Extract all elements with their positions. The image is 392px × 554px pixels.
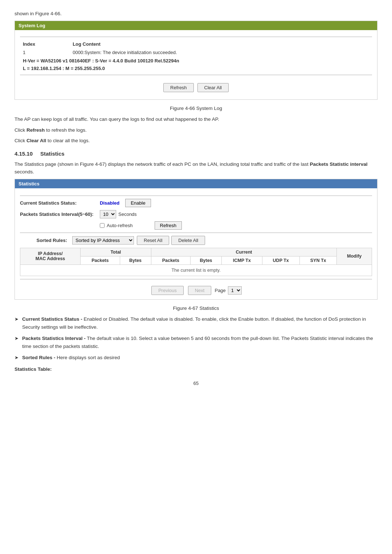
- status-row: Current Statistics Status: Disabled Enab…: [20, 199, 372, 207]
- col-current: Current: [151, 248, 337, 256]
- enable-button[interactable]: Enable: [125, 199, 151, 207]
- col-ipaddress: IP Address/MAC Address: [20, 248, 81, 264]
- bullet-title-1: Current Statistics Status -: [22, 316, 82, 322]
- body-para-3: Click Clear All to clear all the logs.: [15, 137, 377, 145]
- autorefresh-label: Auto-refresh: [107, 223, 133, 228]
- bullet-title-3: Sorted Rules -: [22, 355, 56, 360]
- system-log-header: System Log: [15, 21, 377, 30]
- reset-all-button[interactable]: Reset All: [137, 236, 169, 245]
- col-icmp-tx: ICMP Tx: [222, 256, 262, 264]
- interval-input-row: 10 5 15 20 30 60 Seconds: [100, 210, 137, 218]
- log-table: Index Log Content 1 0000:System: The dev…: [20, 40, 372, 57]
- delete-all-button[interactable]: Delete All: [171, 236, 205, 245]
- previous-button[interactable]: Previous: [151, 286, 184, 295]
- col-total-bytes: Bytes: [120, 256, 151, 264]
- bullet-list: ➤ Current Statistics Status - Enabled or…: [15, 315, 377, 362]
- body-para-2: Click Refresh to refresh the logs.: [15, 126, 377, 134]
- sorted-rules-row: Sorted Rules: Sorted by IP Address Sorte…: [20, 236, 372, 245]
- col-cur-bytes: Bytes: [191, 256, 222, 264]
- bullet-title-2: Packets Statistics Interval -: [22, 336, 86, 341]
- bullet-item-3: ➤ Sorted Rules - Here displays sort as d…: [15, 354, 377, 362]
- stats-table: IP Address/MAC Address Total Current Mod…: [20, 248, 372, 276]
- autorefresh-checkbox[interactable]: [100, 223, 105, 228]
- log-col-index: Index: [20, 40, 70, 48]
- bullet-arrow-2: ➤: [15, 335, 19, 342]
- stats-table-wrap: IP Address/MAC Address Total Current Mod…: [20, 248, 372, 276]
- stats-table-heading: Statistics Table:: [15, 365, 377, 373]
- pagination-row: Previous Next Page 1: [20, 282, 372, 297]
- clear-all-button[interactable]: Clear All: [197, 83, 229, 92]
- status-label: Current Statistics Status:: [20, 200, 100, 206]
- col-cur-packets: Packets: [151, 256, 190, 264]
- sorted-rules-select[interactable]: Sorted by IP Address Sorted by MAC Addre…: [72, 236, 134, 245]
- bullet-text-1: Current Statistics Status - Enabled or D…: [22, 315, 377, 331]
- col-syn-tx: SYN Tx: [299, 256, 336, 264]
- section-number: 4.15.10: [15, 151, 33, 157]
- system-log-body: Index Log Content 1 0000:System: The dev…: [15, 30, 377, 99]
- bullet-arrow-3: ➤: [15, 354, 19, 362]
- autorefresh-checkbox-row: Auto-refresh: [100, 223, 133, 228]
- bullet-item-1: ➤ Current Statistics Status - Enabled or…: [15, 315, 377, 331]
- empty-row: The current list is empty.: [20, 264, 372, 276]
- bullet-text-2: Packets Statistics Interval - The defaul…: [22, 335, 377, 350]
- log-button-row: Refresh Clear All: [20, 78, 372, 96]
- page-label: Page: [215, 288, 225, 293]
- statistics-form: Current Statistics Status: Disabled Enab…: [15, 188, 377, 299]
- status-value: Disabled: [100, 200, 119, 206]
- sorted-rules-label: Sorted Rules:: [20, 238, 67, 243]
- log-col-content: Log Content: [70, 40, 372, 48]
- bullet-body-3: Here displays sort as desired: [57, 355, 120, 360]
- statistics-panel: Statistics Current Statistics Status: Di…: [15, 179, 377, 300]
- log-index: 1: [20, 48, 70, 57]
- system-log-panel: System Log Index Log Content 1 0000:Syst…: [15, 21, 377, 100]
- col-modify: Modify: [337, 248, 372, 264]
- bullet-arrow-1: ➤: [15, 316, 19, 323]
- section-heading: 4.15.10 Statistics: [15, 151, 377, 157]
- interval-label: Packets Statistics Interval(5~60):: [20, 212, 100, 217]
- col-total-packets: Packets: [81, 256, 120, 264]
- interval-row: Packets Statistics Interval(5~60): 10 5 …: [20, 210, 372, 218]
- interval-unit: Seconds: [118, 212, 137, 217]
- refresh-button[interactable]: Refresh: [163, 83, 194, 92]
- statistics-header: Statistics: [15, 179, 377, 188]
- bullet-text-3: Sorted Rules - Here displays sort as des…: [22, 354, 120, 362]
- interval-select[interactable]: 10 5 15 20 30 60: [100, 210, 116, 218]
- stats-intro: The Statistics page (shown in Figure 4-6…: [15, 160, 377, 176]
- figure-67-caption: Figure 4-67 Statistics: [15, 305, 377, 311]
- body-para-1: The AP can keep logs of all traffic. You…: [15, 115, 377, 123]
- autorefresh-row: Auto-refresh Refresh: [100, 221, 372, 230]
- log-ip-line: L = 192.168.1.254 : M = 255.255.255.0: [20, 65, 372, 72]
- figure-66-caption: Figure 4-66 System Log: [15, 106, 377, 111]
- page-select[interactable]: 1: [228, 286, 242, 295]
- stats-table-heading-strong: Statistics Table:: [15, 366, 52, 372]
- log-version-line: H-Ver = WA52106 v1 081640EF : S-Ver = 4.…: [20, 57, 372, 65]
- log-row: 1 0000:System: The device initialization…: [20, 48, 372, 57]
- col-udp-tx: UDP Tx: [262, 256, 299, 264]
- page-number: 65: [15, 381, 377, 386]
- stats-refresh-button[interactable]: Refresh: [155, 221, 182, 230]
- empty-message: The current list is empty.: [20, 264, 372, 276]
- section-title: Statistics: [40, 151, 65, 157]
- intro-text: shown in Figure 4-66.: [15, 11, 377, 16]
- next-button[interactable]: Next: [188, 286, 212, 295]
- bullet-item-2: ➤ Packets Statistics Interval - The defa…: [15, 335, 377, 350]
- log-content: 0000:System: The device initialization s…: [70, 48, 372, 57]
- col-total: Total: [81, 248, 151, 256]
